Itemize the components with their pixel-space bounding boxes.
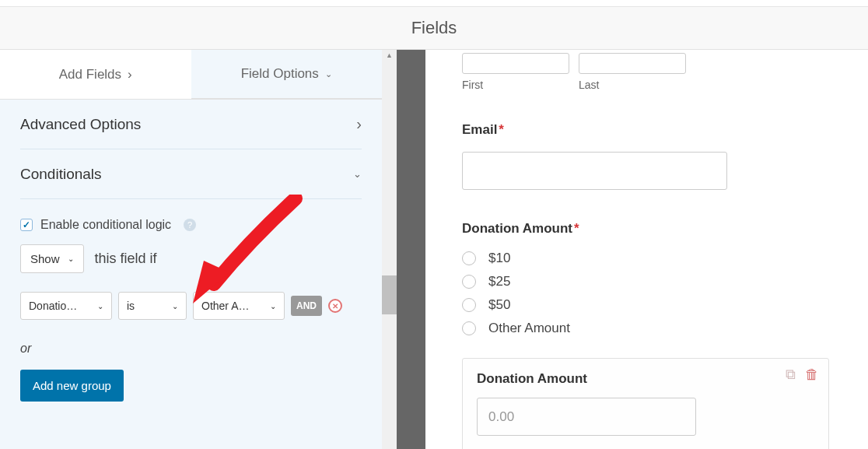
rule-op-value: is <box>127 300 135 312</box>
scroll-up-icon[interactable]: ▲ <box>382 50 397 61</box>
section-advanced-options[interactable]: Advanced Options › <box>20 100 362 149</box>
main-area: Add Fields › Field Options ⌄ Advanced Op… <box>0 50 868 449</box>
chevron-down-icon: ⌄ <box>325 69 332 79</box>
radio-icon <box>462 298 476 312</box>
rule-operator-select[interactable]: is ⌄ <box>118 292 187 320</box>
enable-conditional-row: ✓ Enable conditional logic ? <box>20 199 362 244</box>
required-indicator: * <box>499 122 504 137</box>
donation-amount-label: Donation Amount* <box>462 221 829 237</box>
checkbox-label: Enable conditional logic <box>40 218 171 232</box>
first-name-input[interactable] <box>462 53 569 74</box>
sidebar: Add Fields › Field Options ⌄ Advanced Op… <box>0 50 382 449</box>
tab-bar: Add Fields › Field Options ⌄ <box>0 50 382 100</box>
rule-field-select[interactable]: Donatio… ⌄ <box>20 292 112 320</box>
form-preview: First Last Email* Donation Amount* $10 $… <box>425 50 868 449</box>
chevron-down-icon: ⌄ <box>270 302 276 310</box>
radio-option-10[interactable]: $10 <box>462 251 829 266</box>
chevron-right-icon: › <box>128 67 132 82</box>
top-bar <box>0 0 868 7</box>
section-label: Conditionals <box>20 166 102 183</box>
tab-label: Field Options <box>241 66 319 82</box>
card-field-label: Donation Amount <box>477 371 814 387</box>
help-icon[interactable]: ? <box>184 219 196 231</box>
trash-icon[interactable]: 🗑 <box>805 367 819 383</box>
radio-icon <box>462 321 476 335</box>
last-name-label: Last <box>579 79 686 91</box>
rule-value-text: Other A… <box>201 300 249 312</box>
logic-suffix: this field if <box>95 251 157 267</box>
scroll-thumb[interactable] <box>382 275 397 314</box>
options-panel: Advanced Options › Conditionals ⌄ ✓ Enab… <box>0 100 382 449</box>
first-name-label: First <box>462 79 569 91</box>
required-indicator: * <box>574 221 579 236</box>
preview-divider <box>397 50 425 449</box>
donation-amount-field-card[interactable]: ⧉ 🗑 Donation Amount 0.00 <box>462 358 829 449</box>
chevron-down-icon: ⌄ <box>172 302 178 310</box>
radio-option-25[interactable]: $25 <box>462 274 829 289</box>
radio-icon <box>462 251 476 265</box>
email-input[interactable] <box>462 152 727 190</box>
delete-rule-button[interactable]: ✕ <box>328 299 342 313</box>
or-label: or <box>20 342 362 356</box>
tab-label: Add Fields <box>59 67 121 82</box>
chevron-right-icon: › <box>356 115 362 133</box>
scrollbar[interactable]: ▲ <box>382 50 397 449</box>
tab-add-fields[interactable]: Add Fields › <box>0 50 191 99</box>
chevron-down-icon: ⌄ <box>68 254 74 263</box>
name-field-row: First Last <box>462 53 829 91</box>
card-actions: ⧉ 🗑 <box>786 367 819 383</box>
email-label: Email* <box>462 122 829 138</box>
rule-field-value: Donatio… <box>29 300 77 312</box>
and-button[interactable]: AND <box>291 296 322 316</box>
radio-option-50[interactable]: $50 <box>462 297 829 313</box>
rule-value-select[interactable]: Other A… ⌄ <box>193 292 285 320</box>
page-header: Fields <box>0 7 868 50</box>
duplicate-icon[interactable]: ⧉ <box>786 367 796 383</box>
donation-options: $10 $25 $50 Other Amount <box>462 251 829 336</box>
add-new-group-button[interactable]: Add new group <box>20 370 124 402</box>
action-value: Show <box>30 252 60 265</box>
radio-option-other[interactable]: Other Amount <box>462 321 829 336</box>
logic-action-row: Show ⌄ this field if <box>20 244 362 273</box>
rule-row: Donatio… ⌄ is ⌄ Other A… ⌄ AND ✕ <box>20 292 362 320</box>
enable-conditional-checkbox[interactable]: ✓ <box>20 219 33 231</box>
action-select[interactable]: Show ⌄ <box>20 244 84 273</box>
chevron-down-icon: ⌄ <box>97 302 103 310</box>
section-label: Advanced Options <box>20 116 141 133</box>
radio-icon <box>462 275 476 289</box>
tab-field-options[interactable]: Field Options ⌄ <box>191 50 383 99</box>
chevron-down-icon: ⌄ <box>353 168 362 180</box>
last-name-input[interactable] <box>579 53 686 74</box>
section-conditionals[interactable]: Conditionals ⌄ <box>20 149 362 199</box>
donation-amount-input[interactable]: 0.00 <box>477 398 696 436</box>
page-title: Fields <box>411 18 457 38</box>
